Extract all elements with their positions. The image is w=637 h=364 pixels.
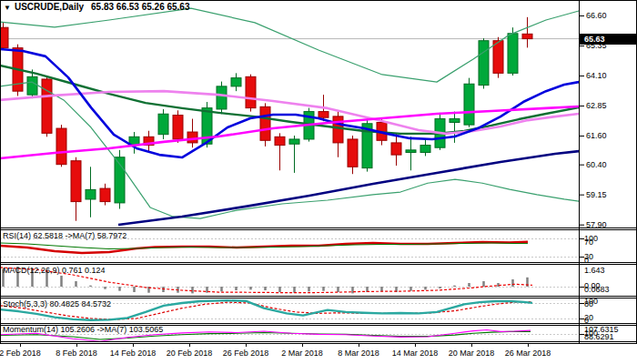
indicator-label-macd: MACD(12,26,9) 0.761 0.124 xyxy=(3,266,106,275)
price-tick-label: 57.90 xyxy=(586,220,607,230)
indicator-label-rsi: RSI(14) 62.5818 ->MA(7) 58.7972 xyxy=(3,231,126,240)
panel-scale-label-macd: 1.643 xyxy=(584,266,605,276)
price-tick-label: 62.85 xyxy=(586,101,607,111)
price-tick-label: 64.10 xyxy=(586,71,607,81)
date-label: 2 Mar 2018 xyxy=(281,349,323,359)
symbol-name: USCRUDE,Daily xyxy=(15,2,84,12)
chart-canvas[interactable] xyxy=(0,0,637,364)
chart-title: ▼USCRUDE,Daily65.83 66.53 65.26 65.63 xyxy=(4,2,190,12)
date-label: 20 Feb 2018 xyxy=(167,349,213,359)
price-tick-label: 59.15 xyxy=(586,190,607,200)
date-label: 8 Mar 2018 xyxy=(338,349,379,359)
indicator-label-momentum: Momentum(14) 105.2606 ->MA(7) 103.5065 xyxy=(3,325,163,334)
price-tick-label: 66.60 xyxy=(586,11,607,21)
ohlc-values: 65.83 66.53 65.26 65.63 xyxy=(91,2,189,12)
date-label: 2 Feb 2018 xyxy=(0,349,41,359)
trading-chart-window: ▼USCRUDE,Daily65.83 66.53 65.26 65.63 65… xyxy=(0,0,637,364)
date-label: 26 Mar 2018 xyxy=(505,349,551,359)
date-label: 20 Mar 2018 xyxy=(449,349,495,359)
panel-scale-label-stochastic: 80 xyxy=(584,299,593,309)
date-label: 14 Mar 2018 xyxy=(392,349,439,359)
date-label: 8 Feb 2018 xyxy=(56,349,97,359)
price-tick-label: 65.35 xyxy=(586,41,607,51)
panel-scale-label-rsi: 70 xyxy=(584,238,593,248)
panel-scale-label-momentum: 88.6291 xyxy=(584,332,614,342)
panel-scale-label-rsi: 0 xyxy=(584,256,589,266)
symbol-dropdown-icon[interactable]: ▼ xyxy=(4,4,11,12)
price-tick-label: 61.60 xyxy=(586,131,607,141)
price-tick-label: 60.40 xyxy=(586,160,607,170)
date-label: 14 Feb 2018 xyxy=(110,349,157,359)
date-label: 26 Feb 2018 xyxy=(223,349,269,359)
indicator-label-stochastic: Stoch(5,3,3) 80.4825 84.5732 xyxy=(3,299,111,308)
panel-scale-label-macd: 0.0683 xyxy=(584,285,610,295)
